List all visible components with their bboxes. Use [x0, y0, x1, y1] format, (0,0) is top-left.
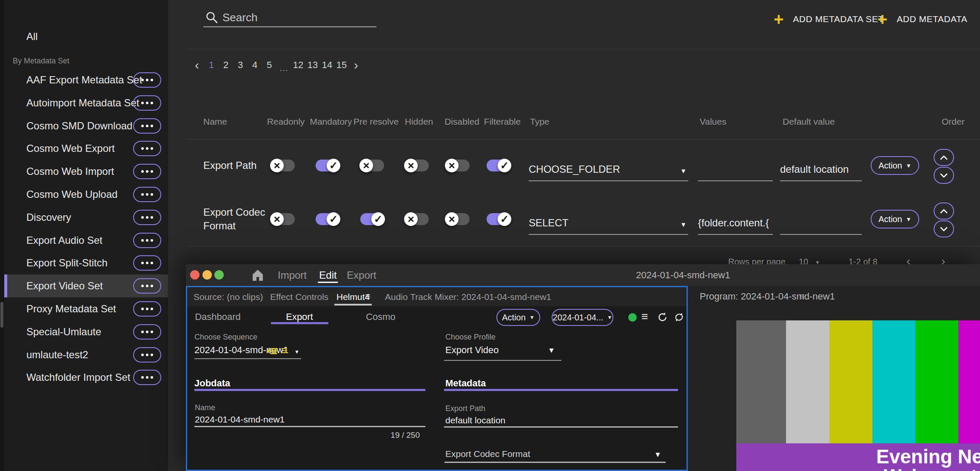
pagination-page-button[interactable]: 3	[233, 60, 248, 71]
export-path-value[interactable]: default location	[445, 415, 505, 425]
search-input[interactable]	[222, 10, 376, 25]
sidebar-item[interactable]: Special-Umlaute	[4, 320, 168, 343]
item-menu-button[interactable]	[133, 301, 161, 317]
caret-down-icon: ▼	[906, 216, 912, 223]
pagination-page-button[interactable]: 14	[320, 60, 334, 71]
move-up-button[interactable]	[934, 203, 954, 220]
helmut-webview: DashboardExportCosmo Action ▼ 2024-01-04…	[187, 306, 687, 470]
sidebar-item[interactable]: Proxy Metadata Set	[4, 297, 168, 320]
item-menu-button[interactable]	[133, 187, 161, 202]
choose-profile-label: Choose Profile	[445, 333, 496, 342]
sequence-icon[interactable]	[266, 346, 278, 357]
sidebar-item[interactable]: AAF Export Metadata Set	[4, 69, 168, 91]
item-menu-button[interactable]	[133, 164, 161, 179]
panel-tab[interactable]: Audio Track Mixer: 2024-01-04-smd-new1	[385, 287, 551, 306]
pagination-page-button[interactable]: 1	[204, 60, 219, 71]
sequence-menu-icon[interactable]: ≡	[281, 344, 288, 357]
type-select[interactable]: CHOOSE_FOLDER▼	[529, 153, 688, 181]
choose-profile-value[interactable]: Export Video	[445, 345, 499, 356]
action-dropdown[interactable]: Action▼	[871, 210, 919, 228]
app-tab-export[interactable]: Export	[286, 306, 313, 328]
window-tab-export[interactable]: Export	[347, 264, 376, 286]
add-metadata-button[interactable]: + ADD METADATA	[877, 10, 967, 28]
values-field[interactable]	[698, 153, 773, 181]
pagination-next-button[interactable]: ›	[349, 58, 363, 72]
item-menu-button[interactable]	[133, 210, 161, 225]
item-menu-button[interactable]	[133, 72, 161, 88]
values-field[interactable]: {folder.content.{	[698, 207, 773, 235]
sidebar-item[interactable]: Watchfolder Import Set	[4, 366, 168, 389]
item-menu-button[interactable]	[133, 141, 161, 156]
item-menu-button[interactable]	[133, 370, 161, 385]
sidebar-item[interactable]: Export Audio Set	[4, 229, 168, 252]
program-panel-menu-icon[interactable]: ≡	[799, 291, 805, 302]
app-tab-dashboard[interactable]: Dashboard	[195, 306, 241, 328]
panel-tab[interactable]: Helmut4	[336, 287, 370, 306]
sidebar-item[interactable]: Cosmo Web Import	[4, 160, 168, 183]
item-menu-button[interactable]	[133, 118, 161, 134]
pre-resolve-toggle[interactable]: ×	[360, 160, 384, 171]
disabled-toggle[interactable]: ×	[446, 213, 470, 225]
pagination-page-button[interactable]: 12	[291, 60, 305, 71]
sync-icon[interactable]	[673, 311, 685, 325]
pagination-page-button[interactable]: 15	[334, 60, 349, 71]
close-traffic-light[interactable]	[190, 270, 199, 280]
pagination-prev-button[interactable]: ‹	[190, 58, 204, 72]
sidebar-item[interactable]: Cosmo SMD Download	[4, 114, 168, 137]
preset-dropdown[interactable]: 2024-01-04... ▼	[552, 309, 613, 326]
pagination-page-button[interactable]: 2	[219, 60, 233, 71]
sidebar-item-all[interactable]: All	[26, 30, 38, 43]
app-tab-cosmo[interactable]: Cosmo	[366, 306, 396, 328]
plus-icon: +	[774, 11, 783, 27]
hidden-toggle[interactable]: ×	[405, 213, 429, 225]
mandatory-toggle[interactable]: ✓	[316, 213, 339, 225]
sidebar-item[interactable]: Cosmo Web Upload	[4, 183, 168, 206]
sidebar-item[interactable]: Autoimport Metadata Set	[4, 91, 168, 114]
name-field-value[interactable]: 2024-01-04-smd-new1	[195, 414, 285, 425]
zoom-traffic-light[interactable]	[214, 270, 224, 280]
item-menu-button[interactable]	[133, 278, 161, 294]
home-icon[interactable]	[251, 268, 265, 283]
item-menu-button[interactable]	[133, 233, 161, 248]
pagination-page-button[interactable]: 5	[262, 60, 276, 71]
field-underline	[444, 426, 678, 428]
move-up-button[interactable]	[934, 149, 954, 166]
move-down-button[interactable]	[934, 167, 954, 184]
sidebar-item[interactable]: Cosmo Web Export	[4, 137, 168, 160]
action-dropdown[interactable]: Action ▼	[496, 309, 540, 326]
default-value-field[interactable]: default location	[780, 153, 862, 181]
add-metadata-set-button[interactable]: + ADD METADATA SET	[774, 10, 884, 28]
move-down-button[interactable]	[934, 220, 954, 237]
export-codec-format-label[interactable]: Export Codec Format	[445, 449, 530, 459]
panel-tab[interactable]: Source: (no clips)	[194, 287, 263, 306]
x-icon: ×	[448, 160, 455, 171]
sidebar-item[interactable]: Export Video Set	[4, 274, 168, 297]
refresh-icon[interactable]	[657, 311, 668, 325]
mandatory-toggle[interactable]: ✓	[316, 160, 339, 171]
pre-resolve-toggle[interactable]: ✓	[360, 213, 384, 225]
window-tab-edit[interactable]: Edit	[319, 264, 336, 286]
pagination-page-button[interactable]: 13	[305, 60, 320, 71]
readonly-toggle[interactable]: ×	[271, 160, 295, 171]
pagination-page-button[interactable]: 4	[248, 60, 262, 71]
window-tab-import[interactable]: Import	[278, 264, 307, 286]
readonly-toggle[interactable]: ×	[271, 213, 295, 225]
panel-tab[interactable]: Effect Controls	[270, 287, 328, 306]
hidden-toggle[interactable]: ×	[405, 160, 429, 171]
item-menu-button[interactable]	[133, 347, 161, 363]
sidebar-item[interactable]: umlaute-test2	[4, 343, 168, 366]
column-header: Disabled	[444, 117, 479, 127]
type-select[interactable]: SELECT▼	[529, 207, 688, 235]
action-dropdown[interactable]: Action▼	[871, 156, 919, 175]
item-menu-button[interactable]	[133, 324, 161, 340]
pagination: ‹12345…12131415›	[190, 58, 363, 72]
item-menu-button[interactable]	[133, 95, 161, 111]
filterable-toggle[interactable]: ✓	[487, 213, 510, 225]
disabled-toggle[interactable]: ×	[446, 160, 470, 171]
list-icon[interactable]: ≡	[641, 310, 648, 323]
default-value-field[interactable]	[780, 207, 862, 235]
filterable-toggle[interactable]: ✓	[487, 160, 510, 171]
minimize-traffic-light[interactable]	[202, 270, 212, 280]
sidebar-item[interactable]: Discovery	[4, 206, 168, 229]
sidebar-scrollbar-thumb[interactable]	[0, 302, 3, 328]
